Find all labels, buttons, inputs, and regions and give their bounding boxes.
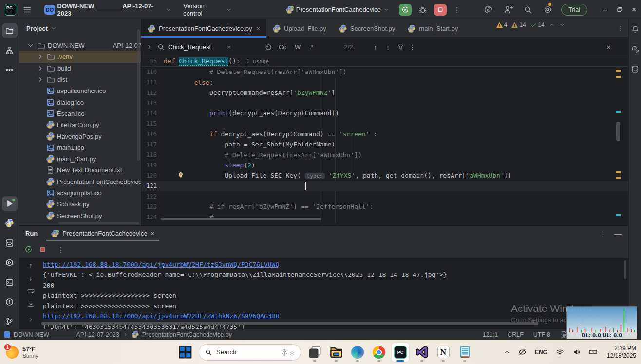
tree-item-avpuilauncher-ico[interactable]: avpuilauncher.ico [19,85,141,96]
search-everywhere-icon[interactable] [524,5,532,14]
ai-assistant-icon[interactable] [484,5,493,14]
inspection-typos[interactable]: 14 [530,21,545,28]
vcs-widget[interactable]: Version control [179,2,236,17]
run-button[interactable] [399,4,412,16]
tree-item-escan-ico[interactable]: Escan.ico [19,108,141,119]
run-configuration[interactable]: PresentationFontCachedevice [282,2,393,17]
code-line-112[interactable]: 112 DecryptCommand=resArr['bZywPmNZ'] [141,88,628,98]
tree-item-presentationfontcachedevice-py[interactable]: PresentationFontCachedevice.py [19,176,141,187]
sticky-line[interactable]: 85def Chick_Request(): 1 usage [141,56,628,67]
tree-item-down-new-api-12-07-2023[interactable]: DOWN-NEW________API-12-07-2023 [19,40,141,51]
prev-problem-icon[interactable] [549,22,555,28]
tool-services-button[interactable] [2,255,18,270]
chevron-right-icon[interactable] [36,64,44,73]
code-line-117[interactable]: 117 path = Sec_Shot(MyFolderName) [141,139,628,149]
tree-item-schtask-py[interactable]: SchTask.py [19,199,141,210]
minimize-button[interactable]: – [598,5,612,14]
settings-gear-icon[interactable] [543,5,552,14]
down-stack-trace-icon[interactable]: ↓ [29,274,33,282]
code-editor[interactable]: 85def Chick_Request(): 1 usage 110 # Del… [141,56,628,225]
tool-ai-assistant-button[interactable] [631,45,639,55]
search-options-icon[interactable]: ⋮ [409,43,416,51]
volume-icon[interactable] [572,348,581,356]
language-indicator[interactable]: ENG [535,349,547,356]
filter-icon[interactable] [397,43,404,51]
code-with-me-icon[interactable] [504,5,513,14]
close-run-tab-icon[interactable]: × [151,230,154,237]
project-panel-header[interactable]: Project [19,19,141,37]
code-line-110[interactable]: 110 # Delete_Request(resArr['aWHmxUbn']) [141,67,628,77]
restore-button[interactable] [612,6,627,13]
taskbar-app-pycharm[interactable]: PC [392,343,409,362]
console-vertical-scrollbar[interactable] [624,260,626,279]
hidden-icons-chevron[interactable] [504,349,510,355]
tree-item-main-start-py[interactable]: main_Start.py [19,153,141,164]
toggle-w[interactable]: W [293,43,302,52]
collapse-find-icon[interactable] [146,44,152,50]
console-more-icon[interactable]: ⋮ [57,246,64,254]
inspections-widget[interactable]: 41414 [496,21,565,28]
tree-item-dialog-ico[interactable]: dialog.ico [19,96,141,108]
taskbar-app-chrome-browser[interactable] [370,343,388,362]
onedrive-paused-icon[interactable] [518,348,527,356]
tree-item-build[interactable]: build [19,63,141,74]
next-problem-icon[interactable] [559,22,565,28]
close-find-icon[interactable]: × [606,43,611,51]
tool-structure-button[interactable] [2,43,18,57]
tree-item-main1-ico[interactable]: main1.ico [19,142,141,153]
tab-options-icon[interactable]: ⋮ [617,24,623,32]
breadcrumb-file[interactable]: PresentationFontCachedevice.py [142,331,232,338]
tree-item-new-text-document-txt[interactable]: New Text Document.txt [19,164,141,176]
chevron-down-icon[interactable] [26,41,35,50]
status-121-1[interactable]: 121:1 [483,331,498,338]
code-line-122[interactable]: 122 [141,191,628,201]
tree-item-venv[interactable]: .venv [19,51,141,62]
project-horizontal-scrollbar[interactable] [58,222,139,224]
tree-item-secreenshot-py[interactable]: SecreenShot.py [19,210,141,221]
up-stack-trace-icon[interactable]: ↑ [29,261,33,269]
code-line-120[interactable]: 120 Upload_File_SEC_Key( type: 'ZfYXS', … [141,170,628,181]
tool-run-button[interactable] [2,196,18,211]
tab-upload-file-py[interactable]: Upload_File.py [266,19,333,37]
console-link[interactable]: http://192.168.88.18:7000/api/jpv4urbWV2… [43,259,619,270]
close-button[interactable]: × [627,5,641,15]
search-input[interactable]: Chick_Request × [157,43,260,51]
code-line-118[interactable]: 118 # Delete_Request(resArr['aWHmxUbn']) [141,150,628,160]
breadcrumb-project[interactable]: DOWN-NEW________API-12-07-2023 [14,331,119,338]
status-crlf[interactable]: CRLF [508,331,524,338]
status-utf-8[interactable]: UTF-8 [533,331,550,338]
project-vertical-scrollbar[interactable] [137,29,140,161]
soft-wrap-icon[interactable] [27,288,35,295]
wifi-icon[interactable] [556,348,564,356]
battery-icon[interactable] [589,348,599,356]
tool-more-tool-windows-button[interactable] [2,63,18,77]
breadcrumb[interactable]: DOWN-NEW________API-12-07-2023 Presentat… [4,331,232,338]
tab-main-start-py[interactable]: main_Start.py [401,19,464,37]
tool-problems-button[interactable] [2,294,18,309]
code-line-115[interactable]: 115 [141,119,628,129]
taskbar-search[interactable]: Search [199,344,301,361]
taskbar-app-edge-browser[interactable] [349,343,366,362]
code-line-116[interactable]: 116 if decrypt_aes(DecryptCommand) == 's… [141,129,628,139]
taskbar-app-n-app[interactable]: N [434,343,452,362]
more-run-actions-icon[interactable]: ⋮ [453,6,460,14]
tool-python-packages-button[interactable] [2,216,18,231]
intention-bulb-icon[interactable] [177,172,184,179]
project-switcher[interactable]: DO DOWN-NEW________API-12-07-2023 [40,2,175,17]
editor-vertical-scrollbar[interactable] [616,122,620,141]
code-line-111[interactable]: 111 else: [141,77,628,88]
inspection-warning[interactable]: 14 [511,21,526,28]
clear-search-icon[interactable]: × [227,43,231,51]
close-tab-icon[interactable]: × [257,25,261,32]
tool-project-button[interactable] [2,23,18,38]
stop-icon[interactable] [39,246,46,253]
taskbar-app-task-view[interactable] [306,343,323,362]
trial-button[interactable]: Trial [561,4,587,16]
code-line-123[interactable]: 123 # if resArr['bZywPmNZ'] == 'Jefferso… [141,201,628,212]
expand-output-icon[interactable] [28,317,34,323]
code-line-85[interactable]: 85def Chick_Request(): 1 usage [141,56,628,67]
tree-item-dist[interactable]: dist [19,74,141,85]
editor-horizontal-scrollbar[interactable] [161,218,321,220]
stop-button[interactable] [434,4,447,16]
clock[interactable]: 2:19 PM 12/18/2025 [607,345,636,360]
